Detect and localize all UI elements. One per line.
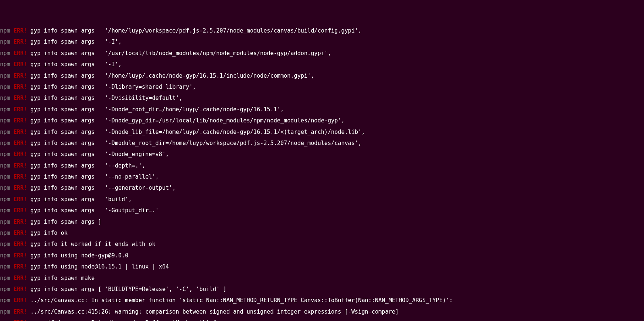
log-message: ../src/Canvas.cc: In static member funct… <box>27 297 453 304</box>
npm-prefix: npm <box>0 173 10 180</box>
terminal-line: npm ERR! gyp info spawn args 'build', <box>0 197 644 202</box>
log-message: gyp info spawn args [ 'BUILDTYPE=Release… <box>27 286 226 293</box>
npm-prefix: npm <box>0 95 10 101</box>
terminal-line: npm ERR! gyp info spawn args '-I', <box>0 39 644 45</box>
terminal-line: npm ERR! ../src/Canvas.cc: In static mem… <box>0 298 644 303</box>
log-message: gyp info spawn args ] <box>27 219 101 225</box>
terminal-line: npm ERR! gyp info spawn args '-Dnode_lib… <box>0 129 644 135</box>
terminal-line: npm ERR! gyp info using node-gyp@9.0.0 <box>0 253 644 259</box>
err-tag: ERR! <box>10 162 27 169</box>
npm-prefix: npm <box>0 219 10 225</box>
log-message: gyp info spawn args '-Goutput_dir=.' <box>27 207 159 214</box>
log-message: gyp info spawn args '/usr/local/lib/node… <box>27 50 331 57</box>
npm-prefix: npm <box>0 308 10 315</box>
log-message: gyp info using node@16.15.1 | linux | x6… <box>27 263 169 270</box>
log-message: gyp info spawn args '-Dmodule_root_dir=/… <box>27 140 361 146</box>
terminal-line: npm ERR! gyp info spawn args '-I', <box>0 62 644 67</box>
err-tag: ERR! <box>10 173 27 180</box>
terminal-line: npm ERR! gyp info spawn args '-Goutput_d… <box>0 208 644 213</box>
terminal-line: npm ERR! gyp info spawn args '-Dlibrary=… <box>0 84 644 90</box>
npm-prefix: npm <box>0 106 10 113</box>
err-tag: ERR! <box>10 230 27 236</box>
terminal-line: npm ERR! gyp info spawn args '-Dmodule_r… <box>0 141 644 146</box>
terminal-line: npm ERR! gyp info spawn make <box>0 276 644 281</box>
terminal-line: npm ERR! gyp info spawn args '/usr/local… <box>0 51 644 56</box>
terminal-line: npm ERR! gyp info spawn args '-Dnode_eng… <box>0 152 644 157</box>
err-tag: ERR! <box>10 219 27 225</box>
err-tag: ERR! <box>10 252 27 259</box>
npm-prefix: npm <box>0 286 10 293</box>
terminal-line: npm ERR! gyp info spawn args '/home/luyp… <box>0 28 644 34</box>
npm-prefix: npm <box>0 252 10 259</box>
log-message: gyp info spawn args '-Dnode_lib_file=/ho… <box>27 129 365 135</box>
npm-prefix: npm <box>0 196 10 203</box>
log-message: gyp info it worked if it ends with ok <box>27 241 155 247</box>
terminal-line: npm ERR! ../src/Canvas.cc:415:26: warnin… <box>0 309 644 315</box>
err-tag: ERR! <box>10 263 27 270</box>
log-message: gyp info spawn args '/home/luyp/workspac… <box>27 27 361 34</box>
err-tag: ERR! <box>10 286 27 293</box>
terminal-line: npm ERR! gyp info spawn args '--generato… <box>0 185 644 191</box>
err-tag: ERR! <box>10 106 27 113</box>
terminal-line: npm ERR! gyp info spawn args ] <box>0 219 644 225</box>
npm-prefix: npm <box>0 38 10 45</box>
err-tag: ERR! <box>10 185 27 191</box>
npm-prefix: npm <box>0 185 10 191</box>
err-tag: ERR! <box>10 140 27 146</box>
log-message: gyp info spawn make <box>27 275 95 281</box>
npm-prefix: npm <box>0 275 10 281</box>
terminal-line: npm ERR! gyp info spawn args '/home/luyp… <box>0 73 644 79</box>
npm-prefix: npm <box>0 207 10 214</box>
terminal-line: npm ERR! gyp info spawn args [ 'BUILDTYP… <box>0 287 644 292</box>
npm-prefix: npm <box>0 230 10 236</box>
terminal-line: npm ERR! gyp info spawn args '-Dnode_roo… <box>0 107 644 112</box>
err-tag: ERR! <box>10 196 27 203</box>
log-message: gyp info using node-gyp@9.0.0 <box>27 252 128 259</box>
log-message: if (canvas->nBytes() > node::Buffer::kMa… <box>27 320 216 321</box>
err-tag: ERR! <box>10 297 27 304</box>
terminal-line: npm ERR! gyp info spawn args '-Dnode_gyp… <box>0 118 644 124</box>
terminal-output[interactable]: npm ERR! gyp info spawn args '/home/luyp… <box>0 28 644 321</box>
log-message: gyp info spawn args '-Dnode_engine=v8', <box>27 151 169 158</box>
npm-prefix: npm <box>0 84 10 90</box>
err-tag: ERR! <box>10 320 27 321</box>
err-tag: ERR! <box>10 95 27 101</box>
npm-prefix: npm <box>0 140 10 146</box>
log-message: gyp info spawn args '/home/luyp/.cache/n… <box>27 72 314 79</box>
npm-prefix: npm <box>0 27 10 34</box>
err-tag: ERR! <box>10 38 27 45</box>
terminal-line: npm ERR! gyp info spawn args '--no-paral… <box>0 174 644 180</box>
err-tag: ERR! <box>10 117 27 124</box>
err-tag: ERR! <box>10 50 27 57</box>
err-tag: ERR! <box>10 84 27 90</box>
log-message: gyp info spawn args '--no-parallel', <box>27 173 159 180</box>
err-tag: ERR! <box>10 72 27 79</box>
terminal-line: npm ERR! gyp info spawn args '--depth=.'… <box>0 163 644 169</box>
err-tag: ERR! <box>10 241 27 247</box>
terminal-line: npm ERR! gyp info it worked if it ends w… <box>0 241 644 247</box>
terminal-line: npm ERR! gyp info using node@16.15.1 | l… <box>0 264 644 270</box>
log-message: gyp info spawn args '-Dnode_root_dir=/ho… <box>27 106 284 113</box>
npm-prefix: npm <box>0 241 10 247</box>
npm-prefix: npm <box>0 263 10 270</box>
log-message: gyp info spawn args '--generator-output'… <box>27 185 176 191</box>
npm-prefix: npm <box>0 117 10 124</box>
err-tag: ERR! <box>10 275 27 281</box>
log-message: gyp info spawn args 'build', <box>27 196 132 203</box>
err-tag: ERR! <box>10 308 27 315</box>
npm-prefix: npm <box>0 297 10 304</box>
log-message: gyp info spawn args '-I', <box>27 38 122 45</box>
log-message: gyp info spawn args '--depth=.', <box>27 162 145 169</box>
err-tag: ERR! <box>10 61 27 68</box>
npm-prefix: npm <box>0 129 10 135</box>
err-tag: ERR! <box>10 129 27 135</box>
npm-prefix: npm <box>0 72 10 79</box>
log-message: gyp info spawn args '-Dnode_gyp_dir=/usr… <box>27 117 345 124</box>
terminal-line: npm ERR! gyp info spawn args '-Dvisibili… <box>0 95 644 101</box>
npm-prefix: npm <box>0 151 10 158</box>
log-message: gyp info spawn args '-Dvisibility=defaul… <box>27 95 183 101</box>
err-tag: ERR! <box>10 151 27 158</box>
npm-prefix: npm <box>0 50 10 57</box>
log-message: ../src/Canvas.cc:415:26: warning: compar… <box>27 308 399 315</box>
npm-prefix: npm <box>0 162 10 169</box>
